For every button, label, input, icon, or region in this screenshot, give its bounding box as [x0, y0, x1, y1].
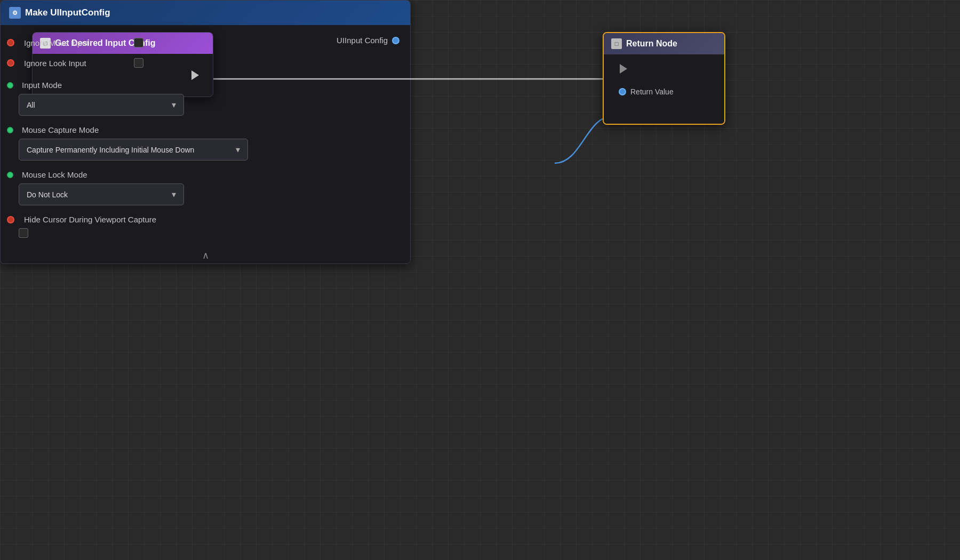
ignore-look-label: Ignore Look Input: [24, 59, 86, 68]
ignore-look-checkbox[interactable]: [134, 58, 143, 68]
hide-cursor-row: Hide Cursor During Viewport Capture: [11, 215, 399, 240]
input-mode-section: Input Mode All ▾: [11, 81, 399, 116]
ignore-move-input-row: Ignore Move Input: [11, 38, 399, 47]
mouse-lock-value: Do Not Lock: [27, 190, 166, 199]
mouse-capture-section: Mouse Capture Mode Capture Permanently I…: [11, 125, 399, 161]
input-mode-dropdown[interactable]: All ▾: [19, 94, 184, 116]
collapse-arrow-icon: ∧: [202, 250, 209, 261]
mouse-lock-label: Mouse Lock Mode: [22, 170, 87, 179]
mouse-capture-label-row: Mouse Capture Mode: [11, 125, 399, 134]
exec-input-pin: [619, 64, 628, 74]
mouse-capture-pin: [7, 127, 13, 133]
node-make-ui-config[interactable]: ⚙ Make UIInputConfig UIInput Config Igno…: [0, 0, 411, 264]
input-mode-pin: [7, 82, 13, 89]
ignore-move-checkbox[interactable]: [134, 38, 143, 47]
input-mode-chevron: ▾: [172, 100, 176, 110]
hide-cursor-checkbox[interactable]: [19, 228, 28, 238]
node-return-header: □ Return Node: [604, 33, 724, 54]
mouse-capture-dropdown[interactable]: Capture Permanently Including Initial Mo…: [19, 139, 248, 161]
return-value-label: Return Value: [630, 87, 674, 96]
hide-cursor-pin: [7, 216, 14, 223]
mouse-capture-label: Mouse Capture Mode: [22, 125, 99, 134]
mouse-capture-value: Capture Permanently Including Initial Mo…: [27, 146, 230, 154]
hide-cursor-label: Hide Cursor During Viewport Capture: [24, 215, 156, 224]
input-mode-label-row: Input Mode: [11, 81, 399, 90]
input-mode-value: All: [27, 101, 166, 109]
mouse-capture-chevron: ▾: [236, 145, 240, 155]
mouse-lock-chevron: ▾: [172, 189, 176, 199]
node-collapse-button[interactable]: ∧: [11, 245, 399, 263]
input-mode-label: Input Mode: [22, 81, 62, 90]
node-make-ui-title: Make UIInputConfig: [25, 7, 110, 18]
node-return-title: Return Node: [626, 39, 677, 49]
mouse-lock-dropdown[interactable]: Do Not Lock ▾: [19, 183, 184, 205]
ignore-look-input-row: Ignore Look Input: [11, 58, 399, 68]
node-make-ui-icon: ⚙: [9, 7, 21, 19]
return-value-pin: [619, 88, 626, 95]
node-make-ui-body: UIInput Config Ignore Move Input Ignore …: [1, 25, 410, 263]
node-return[interactable]: □ Return Node Return Value: [603, 32, 725, 125]
ignore-move-label: Ignore Move Input: [24, 38, 89, 47]
mouse-lock-pin: [7, 172, 13, 178]
ignore-look-pin: [7, 59, 14, 67]
mouse-lock-section: Mouse Lock Mode Do Not Lock ▾: [11, 170, 399, 205]
node-make-ui-header: ⚙ Make UIInputConfig: [1, 1, 410, 25]
mouse-lock-label-row: Mouse Lock Mode: [11, 170, 399, 179]
ignore-move-pin: [7, 39, 14, 46]
